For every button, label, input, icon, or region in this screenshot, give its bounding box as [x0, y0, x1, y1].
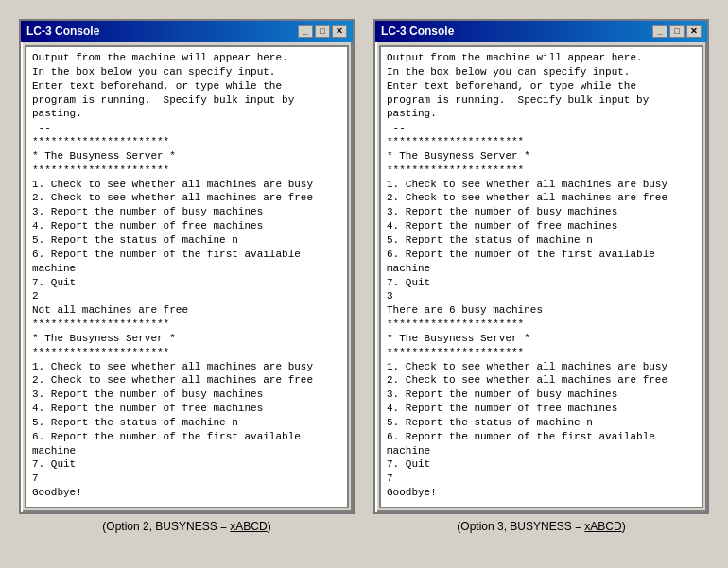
- caption-right-value: xABCD: [584, 520, 621, 533]
- minimize-button-right[interactable]: _: [652, 25, 667, 38]
- caption-left-value: xABCD: [230, 520, 267, 533]
- caption-right: (Option 3, BUSYNESS = xABCD): [457, 520, 625, 533]
- titlebar-left: LC-3 Console _ □ ✕: [21, 21, 353, 42]
- console-left-content[interactable]: Output from the machine will appear here…: [25, 45, 349, 508]
- caption-right-suffix: ): [622, 520, 626, 533]
- minimize-button-left[interactable]: _: [298, 25, 313, 38]
- close-button-right[interactable]: ✕: [686, 25, 702, 38]
- caption-left: (Option 2, BUSYNESS = xABCD): [102, 520, 270, 533]
- titlebar-right-buttons: _ □ ✕: [652, 25, 702, 38]
- console-right-wrapper: LC-3 Console _ □ ✕ Output from the machi…: [373, 19, 709, 533]
- titlebar-left-title: LC-3 Console: [26, 25, 99, 38]
- console-left-window: LC-3 Console _ □ ✕ Output from the machi…: [19, 19, 355, 514]
- maximize-button-right[interactable]: □: [669, 25, 685, 38]
- close-button-left[interactable]: ✕: [332, 25, 347, 38]
- console-left-wrapper: LC-3 Console _ □ ✕ Output from the machi…: [19, 19, 355, 533]
- caption-left-prefix: (Option 2, BUSYNESS =: [102, 520, 230, 533]
- console-right-window: LC-3 Console _ □ ✕ Output from the machi…: [373, 19, 709, 514]
- titlebar-left-buttons: _ □ ✕: [298, 25, 347, 38]
- caption-left-suffix: ): [268, 520, 271, 533]
- console-right-content[interactable]: Output from the machine will appear here…: [379, 45, 703, 508]
- titlebar-right-title: LC-3 Console: [381, 25, 454, 38]
- consoles-row: LC-3 Console _ □ ✕ Output from the machi…: [19, 19, 709, 533]
- caption-right-prefix: (Option 3, BUSYNESS =: [457, 520, 584, 533]
- maximize-button-left[interactable]: □: [315, 25, 330, 38]
- titlebar-right: LC-3 Console _ □ ✕: [375, 21, 707, 42]
